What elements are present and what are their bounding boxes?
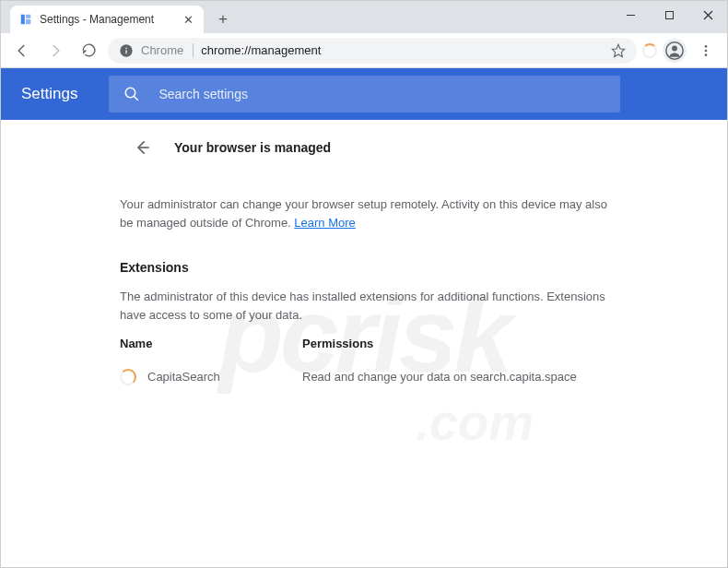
settings-header: Settings [1, 68, 727, 120]
browser-toolbar: Chrome chrome://management [1, 33, 727, 68]
svg-line-17 [135, 96, 139, 101]
browser-tab[interactable]: Settings - Management ✕ [10, 6, 204, 33]
profile-button[interactable] [663, 39, 687, 63]
admin-description: Your administrator can change your brows… [120, 195, 608, 232]
minimize-button[interactable] [611, 1, 650, 29]
back-icon[interactable] [134, 138, 152, 157]
settings-title: Settings [21, 85, 77, 103]
extension-permission: Read and change your data on search.capi… [302, 370, 577, 384]
bookmark-icon[interactable] [611, 43, 626, 58]
tab-title: Settings - Management [40, 13, 174, 26]
svg-point-15 [705, 53, 708, 56]
settings-search-input[interactable] [159, 87, 605, 101]
svg-rect-0 [21, 15, 25, 25]
svg-rect-2 [26, 19, 30, 24]
site-info-icon[interactable] [119, 43, 134, 58]
admin-desc-text: Your administrator can change your brows… [120, 197, 607, 230]
svg-rect-9 [125, 50, 126, 53]
settings-search[interactable] [109, 76, 620, 112]
svg-point-13 [705, 45, 708, 48]
address-bar[interactable]: Chrome chrome://management [108, 38, 637, 64]
url-scheme: Chrome [141, 43, 194, 57]
page-heading: Your browser is managed [134, 120, 727, 175]
svg-marker-10 [612, 44, 624, 56]
learn-more-link[interactable]: Learn More [294, 216, 355, 230]
tab-favicon-icon [19, 13, 32, 26]
settings-content: Your browser is managed Your administrat… [1, 120, 727, 568]
search-icon [123, 86, 140, 102]
col-perm-header: Permissions [302, 337, 373, 350]
back-button[interactable] [8, 37, 36, 65]
col-name-header: Name [120, 337, 302, 350]
loading-spinner-icon [642, 43, 657, 58]
extension-loading-icon [120, 369, 136, 385]
table-row: CapitaSearch Read and change your data o… [120, 369, 608, 385]
menu-button[interactable] [692, 37, 720, 65]
svg-point-12 [672, 45, 677, 51]
forward-button[interactable] [41, 37, 69, 65]
svg-rect-1 [26, 15, 30, 18]
extensions-heading: Extensions [120, 260, 608, 275]
svg-point-8 [125, 47, 127, 49]
tab-close-icon[interactable]: ✕ [182, 13, 194, 26]
extension-name: CapitaSearch [147, 370, 302, 384]
maximize-button[interactable] [650, 1, 688, 29]
svg-rect-4 [665, 11, 673, 18]
page-title: Your browser is managed [174, 140, 331, 155]
window-controls [611, 1, 727, 29]
new-tab-button[interactable]: + [211, 7, 235, 31]
management-card: Your administrator can change your brows… [120, 175, 608, 385]
svg-point-14 [705, 49, 708, 52]
extensions-description: The administrator of this device has ins… [120, 288, 608, 325]
close-window-button[interactable] [688, 1, 727, 29]
extensions-table-header: Name Permissions [120, 337, 608, 350]
window-titlebar: Settings - Management ✕ + [1, 1, 727, 33]
svg-point-16 [126, 88, 136, 98]
url-text: chrome://management [201, 43, 321, 57]
reload-button[interactable] [75, 37, 102, 65]
